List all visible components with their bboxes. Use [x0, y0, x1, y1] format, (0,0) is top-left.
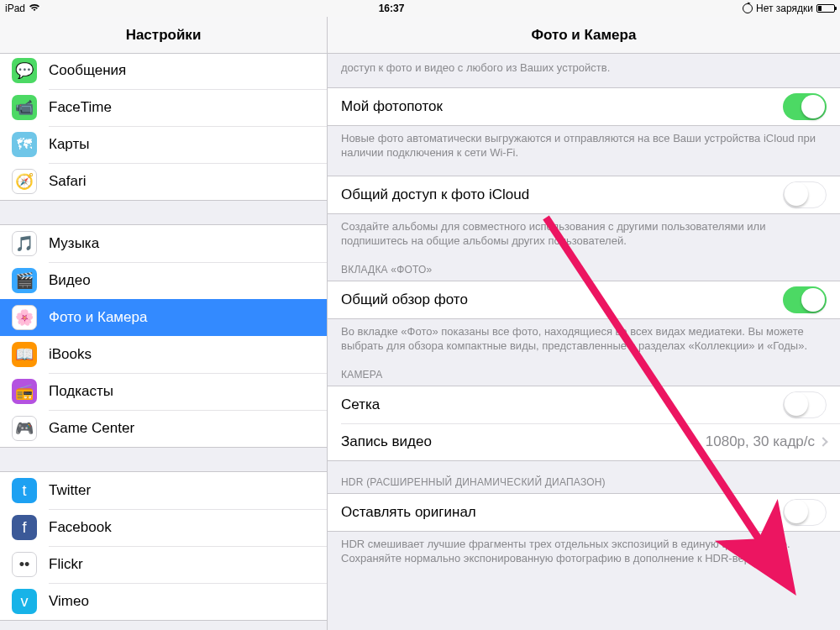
gamecenter-icon: 🎮	[12, 416, 37, 441]
sidebar-item-label: Сообщения	[49, 62, 126, 79]
keep-original-toggle[interactable]	[783, 499, 827, 526]
my-photostream-toggle[interactable]	[783, 93, 827, 120]
sidebar-item-label: Vimeo	[49, 593, 89, 610]
sidebar-item-label: Видео	[49, 272, 91, 289]
my-photostream-label: Мой фотопоток	[341, 98, 783, 115]
row-keep-original[interactable]: Оставлять оригинал	[328, 494, 840, 531]
sidebar-item-flickr[interactable]: ••Flickr	[0, 546, 327, 583]
messages-icon: 💬	[12, 58, 37, 83]
sidebar-item-label: Game Center	[49, 420, 134, 437]
sidebar-item-messages[interactable]: 💬Сообщения	[0, 54, 327, 89]
record-video-label: Запись видео	[341, 433, 706, 450]
sidebar-item-safari[interactable]: 🧭Safari	[0, 163, 327, 200]
device-label: iPad	[5, 3, 25, 14]
photos-tab-header: ВКЛАДКА «ФОТО»	[328, 249, 840, 281]
photo-summary-toggle[interactable]	[783, 286, 827, 313]
photostream-footer: Новые фото автоматически выгружаются и о…	[328, 126, 840, 160]
sidebar-title: Настройки	[0, 17, 327, 54]
wifi-icon	[29, 3, 40, 14]
sidebar-item-label: Музыка	[49, 235, 99, 252]
sidebar-item-label: Safari	[49, 173, 86, 190]
sidebar-item-facebook[interactable]: fFacebook	[0, 509, 327, 546]
sidebar-item-label: Facebook	[49, 519, 112, 536]
grid-label: Сетка	[341, 396, 783, 413]
ibooks-icon: 📖	[12, 342, 37, 367]
music-icon: 🎵	[12, 231, 37, 256]
flickr-icon: ••	[12, 552, 37, 577]
sidebar-item-gamecenter[interactable]: 🎮Game Center	[0, 410, 327, 447]
sidebar-item-label: Flickr	[49, 556, 83, 573]
status-bar: iPad 16:37 Нет зарядки	[0, 0, 840, 17]
sidebar-item-vimeo[interactable]: vVimeo	[0, 583, 327, 620]
detail-scroll[interactable]: доступ к фото и видео с любого из Ваших …	[328, 54, 840, 583]
facetime-icon: 📹	[12, 95, 37, 120]
photos-icon: 🌸	[12, 305, 37, 330]
hdr-header: HDR (РАСШИРЕННЫЙ ДИНАМИЧЕСКИЙ ДИАПАЗОН)	[328, 461, 840, 493]
row-record-video[interactable]: Запись видео 1080p, 30 кадр/с	[328, 423, 840, 460]
row-my-photostream[interactable]: Мой фотопоток	[328, 88, 840, 125]
detail-pane: Фото и Камера доступ к фото и видео с лю…	[328, 17, 840, 630]
row-photo-summary[interactable]: Общий обзор фото	[328, 281, 840, 318]
sidebar-item-ibooks[interactable]: 📖iBooks	[0, 336, 327, 373]
detail-title: Фото и Камера	[328, 17, 840, 54]
photo-summary-label: Общий обзор фото	[341, 291, 783, 308]
sidebar-item-facetime[interactable]: 📹FaceTime	[0, 89, 327, 126]
sidebar: Настройки 💬Сообщения📹FaceTime🗺Карты🧭Safa…	[0, 17, 328, 630]
vimeo-icon: v	[12, 589, 37, 614]
sharing-footer: Создайте альбомы для совместного использ…	[328, 214, 840, 249]
facebook-icon: f	[12, 515, 37, 540]
video-icon: 🎬	[12, 268, 37, 293]
sidebar-item-podcasts[interactable]: 📻Подкасты	[0, 373, 327, 410]
camera-header: КАМЕРА	[328, 354, 840, 386]
sidebar-scroll[interactable]: 💬Сообщения📹FaceTime🗺Карты🧭Safari🎵Музыка🎬…	[0, 54, 327, 630]
safari-icon: 🧭	[12, 169, 37, 194]
icloud-sharing-label: Общий доступ к фото iCloud	[341, 186, 783, 203]
twitter-icon: t	[12, 478, 37, 503]
sidebar-item-label: Фото и Камера	[49, 309, 147, 326]
sidebar-item-label: iBooks	[49, 346, 92, 363]
sidebar-item-label: Подкасты	[49, 383, 113, 400]
sync-icon	[743, 3, 753, 13]
sidebar-item-photos[interactable]: 🌸Фото и Камера	[0, 299, 327, 336]
battery-icon	[816, 4, 835, 13]
sidebar-item-maps[interactable]: 🗺Карты	[0, 126, 327, 163]
record-video-value: 1080p, 30 кадр/с	[706, 433, 815, 450]
status-time: 16:37	[40, 3, 743, 14]
keep-original-label: Оставлять оригинал	[341, 504, 783, 521]
sidebar-item-music[interactable]: 🎵Музыка	[0, 225, 327, 262]
sidebar-item-twitter[interactable]: tTwitter	[0, 472, 327, 509]
hdr-footer: HDR смешивает лучшие фрагменты трех отде…	[328, 532, 840, 566]
sidebar-item-label: FaceTime	[49, 99, 112, 116]
chevron-right-icon	[818, 437, 827, 446]
sidebar-item-video[interactable]: 🎬Видео	[0, 262, 327, 299]
row-icloud-sharing[interactable]: Общий доступ к фото iCloud	[328, 176, 840, 213]
summary-footer: Во вкладке «Фото» показаны все фото, нах…	[328, 319, 840, 354]
podcasts-icon: 📻	[12, 379, 37, 404]
maps-icon: 🗺	[12, 132, 37, 157]
sidebar-item-label: Карты	[49, 136, 89, 153]
charging-label: Нет зарядки	[756, 3, 813, 14]
sidebar-item-label: Twitter	[49, 482, 91, 499]
row-grid[interactable]: Сетка	[328, 386, 840, 423]
grid-toggle[interactable]	[783, 391, 827, 418]
icloud-sharing-toggle[interactable]	[783, 181, 827, 208]
intro-footer: доступ к фото и видео с любого из Ваших …	[328, 54, 840, 76]
